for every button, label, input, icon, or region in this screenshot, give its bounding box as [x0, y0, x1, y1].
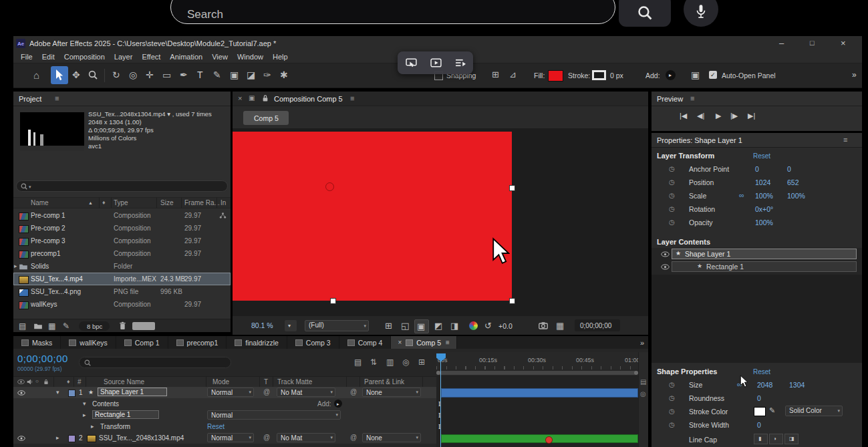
anchor-point-x[interactable]: 0 — [755, 166, 759, 173]
tab-close-icon[interactable]: × — [398, 339, 402, 346]
expand-icon[interactable]: ▸ — [91, 424, 94, 430]
matte-pickwhip-icon[interactable]: @ — [263, 434, 270, 441]
zoom-value[interactable]: 80.1 % — [251, 322, 273, 329]
zoom-tool[interactable] — [88, 70, 98, 80]
anchor-point-y[interactable]: 0 — [787, 166, 791, 173]
selection-handle[interactable] — [330, 298, 336, 304]
auto-open-checkbox[interactable]: ✓ — [709, 71, 717, 79]
new-folder-icon[interactable] — [33, 323, 43, 329]
expand-icon[interactable]: ▾ — [56, 390, 59, 396]
layer-color-chip[interactable] — [68, 390, 76, 397]
track-matte-dropdown[interactable]: No Mat ▾ — [277, 388, 335, 397]
cap-projecting-button[interactable]: ◨ — [784, 434, 799, 444]
cap-round-button[interactable]: ◗ — [769, 434, 783, 444]
timeline-tab-comp5-active[interactable]: × Comp 5 ≡ — [391, 336, 456, 349]
table-row[interactable]: SSU_Tex...4.png PNG file 996 KB — [13, 285, 231, 298]
bit-depth-button[interactable]: 8 bpc — [79, 321, 110, 331]
layer-color-chip[interactable] — [68, 435, 76, 442]
add-property-button[interactable]: ▸ — [334, 400, 342, 408]
selection-tool[interactable] — [51, 66, 68, 84]
brush-tool[interactable]: ✎ — [213, 70, 221, 80]
play-button[interactable]: ▶ — [716, 112, 721, 120]
timeline-timecode[interactable]: 0;00;00;00 — [17, 353, 68, 363]
comp-mini-flowchart-icon[interactable]: ▤ — [354, 358, 361, 366]
opacity-value[interactable]: 100% — [755, 219, 773, 227]
mask-visibility-icon[interactable]: ◱ — [401, 321, 409, 330]
menu-help[interactable]: Help — [268, 53, 293, 61]
playhead-line[interactable] — [440, 356, 441, 447]
size-height[interactable]: 1304 — [789, 382, 805, 389]
minimize-button[interactable]: – — [779, 39, 784, 47]
menu-layer[interactable]: Layer — [110, 53, 138, 61]
expand-icon[interactable]: ▸ — [83, 412, 86, 418]
menu-edit[interactable]: Edit — [37, 53, 59, 61]
selection-handle[interactable] — [509, 298, 515, 304]
capture-list-icon[interactable] — [455, 58, 466, 67]
position-y[interactable]: 652 — [787, 179, 799, 186]
table-row[interactable]: precomp1 Composition 29.97 — [13, 247, 231, 260]
project-panel-menu-icon[interactable]: ≡ — [55, 95, 59, 102]
video-capture-icon[interactable] — [430, 58, 442, 67]
stroke-color-swatch[interactable] — [592, 70, 606, 80]
lock-icon[interactable] — [262, 94, 269, 102]
comp-timecode-box[interactable]: 0;00;00;00 — [575, 319, 620, 331]
menu-composition[interactable]: Composition — [59, 53, 110, 61]
puppet-pin-tool[interactable]: ✱ — [280, 70, 288, 80]
parent-pickwhip-icon[interactable]: @ — [350, 434, 357, 441]
col-track-matte[interactable]: Track Matte — [277, 379, 312, 386]
col-size[interactable]: Size — [160, 200, 173, 206]
project-search-input[interactable]: ▾ — [16, 180, 228, 192]
properties-menu-icon[interactable]: ≡ — [843, 136, 847, 144]
new-comp-icon[interactable]: ▦ — [48, 322, 55, 330]
selection-handle[interactable] — [509, 185, 515, 191]
col-mode[interactable]: Mode — [212, 379, 229, 386]
exposure-value[interactable]: +0.0 — [498, 323, 513, 330]
table-row-selected[interactable]: SSU_Tex...4.mp4 Importe...MEX 24.3 MB 29… — [13, 273, 231, 285]
layer1-track-bar[interactable] — [441, 388, 638, 398]
transform-row[interactable]: ▸ Transform Reset — [13, 421, 436, 433]
project-tab[interactable]: Project — [19, 96, 41, 103]
choose-grid-icon[interactable]: ⊞ — [385, 321, 392, 330]
close-button[interactable]: × — [841, 39, 846, 47]
track-matte-dropdown[interactable]: No Mat ▾ — [277, 433, 335, 442]
roto-brush-tool[interactable]: ✑ — [263, 70, 271, 80]
expand-icon[interactable]: ▸ — [56, 435, 59, 441]
tab-menu-icon[interactable]: ≡ — [446, 339, 450, 346]
scale-x[interactable]: 100% — [755, 192, 773, 200]
footer-scroll-thumb[interactable] — [132, 322, 155, 330]
stopwatch-icon[interactable]: ◷ — [669, 192, 675, 199]
add-button[interactable]: ▸ — [666, 70, 676, 80]
eye-icon[interactable] — [17, 436, 25, 441]
parent-pickwhip-icon[interactable]: @ — [350, 389, 357, 396]
channel-wheel-icon[interactable] — [469, 321, 478, 330]
layer-row-1[interactable]: ▾ 1 ★ Shape Layer 1 Normal ▾ @ No Mat ▾ … — [13, 387, 436, 399]
frame-blending-icon[interactable]: ▥ — [386, 358, 394, 366]
menu-window[interactable]: Window — [233, 53, 268, 61]
next-frame-button[interactable]: |▶ — [730, 112, 738, 120]
col-parent-link[interactable]: Parent & Link — [364, 379, 404, 386]
transform-reset-link[interactable]: Reset — [207, 424, 225, 430]
snap-option-b-icon[interactable]: ⊿ — [509, 70, 517, 79]
trash-icon[interactable] — [119, 321, 126, 330]
shape-reset-link[interactable]: Reset — [753, 369, 770, 376]
timeline-search-input[interactable] — [79, 357, 231, 368]
menu-animation[interactable]: Animation — [165, 53, 207, 61]
eye-icon[interactable] — [661, 251, 670, 257]
draft-3d-icon[interactable]: ⇅ — [370, 358, 377, 366]
toolbar-overflow[interactable]: » — [852, 71, 857, 79]
roi-button-active[interactable]: ▣ — [414, 319, 429, 333]
show-snapshot-icon[interactable]: ▦ — [556, 321, 564, 330]
camera-tool[interactable]: ◎ — [129, 70, 137, 80]
timeline-tab-precomp1[interactable]: precomp1 — [168, 336, 227, 349]
snapshot-camera-icon[interactable] — [539, 321, 548, 329]
table-row[interactable]: Pre-comp 2 Composition 29.97 — [13, 222, 231, 235]
pen-tool[interactable]: ✒ — [180, 70, 188, 80]
rotation-value[interactable]: 0x+0° — [755, 206, 773, 213]
home-button[interactable]: ⌂ — [33, 70, 39, 80]
guides-icon[interactable]: ◩ — [434, 321, 442, 330]
mic-button[interactable] — [684, 0, 718, 27]
properties-tab[interactable]: Properties: Shape Layer 1 — [657, 137, 742, 144]
table-row[interactable]: wallKeys Composition 29.97 — [13, 298, 231, 311]
comp-button-icon[interactable]: ◎ — [640, 391, 646, 398]
menu-file[interactable]: File — [16, 53, 37, 61]
